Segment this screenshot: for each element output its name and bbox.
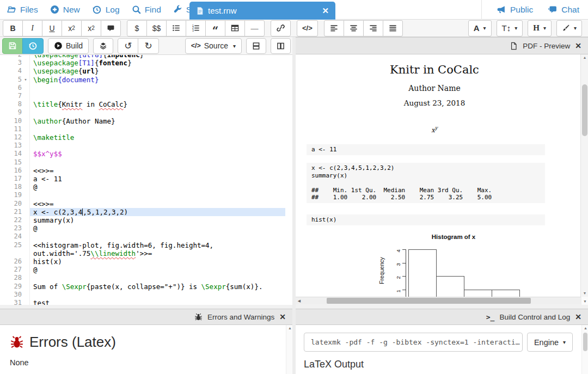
underline-button[interactable]: U <box>42 20 62 36</box>
editor-line[interactable]: 20<<>>= <box>0 200 285 208</box>
table-button[interactable] <box>225 20 245 36</box>
editor-line[interactable]: 27@ <box>0 266 285 274</box>
editor-line-text[interactable] <box>30 158 285 167</box>
editor-line[interactable]: 22summary(x) <box>0 216 285 224</box>
editor-line-text[interactable] <box>30 232 285 241</box>
pdf-vertical-scrollbar[interactable]: ▲ ▼ <box>580 54 588 297</box>
editor-line[interactable]: 8\title{Knitr in CoCalc} <box>0 100 285 108</box>
bullet-list-button[interactable] <box>166 20 186 36</box>
subscript-button[interactable]: x2 <box>62 20 82 36</box>
scroll-up-arrow[interactable]: ▲ <box>581 54 588 61</box>
editor-line[interactable]: 17a <- 11 <box>0 175 285 183</box>
fold-arrow-icon[interactable]: ▾ <box>22 76 29 84</box>
build-control-close-icon[interactable]: ✕ <box>575 312 581 321</box>
pane-resize-handle[interactable] <box>296 304 588 309</box>
timetravel-button[interactable] <box>22 38 44 54</box>
bold-button[interactable]: B <box>3 20 23 36</box>
editor-line-text[interactable] <box>30 84 285 92</box>
editor-line[interactable]: 31test <box>0 299 285 305</box>
editor-line[interactable]: 19 <box>0 191 285 199</box>
editor-line-text[interactable]: <<>>= <box>30 167 285 175</box>
public-button[interactable]: Public <box>496 5 533 15</box>
editor-line[interactable]: 28 <box>0 274 285 282</box>
pdf-preview-header[interactable]: PDF - Preview ✕ <box>296 37 588 54</box>
files-button[interactable]: Files <box>7 5 38 15</box>
align-center-button[interactable] <box>344 20 364 36</box>
editor-line[interactable]: 11 <box>0 125 285 133</box>
align-right-button[interactable] <box>363 20 383 36</box>
inline-math-button[interactable]: $ <box>127 20 147 36</box>
editor-line[interactable]: 26hist(x) <box>0 257 285 266</box>
scrollbar-thumb[interactable] <box>583 333 587 351</box>
editor-line-text[interactable] <box>30 291 285 299</box>
editor-line[interactable]: 24 <box>0 232 285 241</box>
scroll-down-arrow[interactable]: ▼ <box>581 298 588 305</box>
errors-scrollbar[interactable]: ▲ <box>286 325 292 374</box>
editor-line[interactable]: 29Sum of \Sexpr{paste(x, collapse="+")} … <box>0 283 285 291</box>
editor-line[interactable]: 3\usepackage[T1]{fontenc} <box>0 59 285 67</box>
save-button[interactable] <box>2 38 23 54</box>
editor-line-text[interactable] <box>30 125 285 133</box>
font-size-button[interactable]: T↕▾ <box>497 20 523 36</box>
editor-line[interactable]: 5▾\begin{document} <box>0 76 285 84</box>
editor-line[interactable]: 7 <box>0 92 285 100</box>
editor-line[interactable]: 16<<>>= <box>0 167 285 175</box>
editor-line-text[interactable] <box>30 108 285 117</box>
new-button[interactable]: New <box>50 5 80 15</box>
editor-line[interactable]: 30 <box>0 291 285 299</box>
code-button[interactable]: </> <box>297 20 318 36</box>
numbered-list-button[interactable]: 123 <box>186 20 206 36</box>
build-control-header[interactable]: >_ Build Control and Log ✕ <box>296 309 588 325</box>
editor-line-text[interactable]: @ <box>30 266 285 274</box>
split-horizontal-button[interactable] <box>246 38 266 54</box>
editor-line-text[interactable]: Sum of \Sexpr{paste(x, collapse="+")} is… <box>30 283 285 291</box>
editor-line-text[interactable]: x <- c(2,3,4,5,1,2,3,2) <box>30 208 285 216</box>
editor-line[interactable]: 10\author{Author Name} <box>0 117 285 125</box>
find-button[interactable]: Find <box>132 5 161 15</box>
editor-line-text[interactable]: <<>>= <box>30 200 285 208</box>
editor-line-text[interactable] <box>30 92 285 100</box>
editor-line[interactable]: 13 <box>0 142 285 150</box>
pdf-preview-close-icon[interactable]: ✕ <box>575 41 581 50</box>
heading-button[interactable]: H▾ <box>528 20 552 36</box>
editor-line[interactable]: 2\usepackage[utf8]{inputenc} <box>0 55 285 59</box>
editor-line[interactable]: 15 <box>0 158 285 167</box>
editor-line[interactable]: 9 <box>0 108 285 117</box>
errors-close-icon[interactable]: ✕ <box>279 312 286 321</box>
editor-line[interactable]: 4\usepackage{url} <box>0 67 285 75</box>
justify-button[interactable] <box>383 20 403 36</box>
engine-dropdown[interactable]: Engine▾ <box>527 333 573 352</box>
pane-resize-handle[interactable] <box>0 305 292 309</box>
scrollbar-thumb[interactable] <box>327 298 531 304</box>
build-panel-scrollbar[interactable]: ▲ <box>581 325 588 374</box>
link-button[interactable] <box>271 20 291 36</box>
chat-button[interactable]: Chat <box>547 5 579 15</box>
italic-button[interactable]: I <box>22 20 42 36</box>
layers-button[interactable] <box>93 38 113 54</box>
superscript-button[interactable]: x2 <box>81 20 101 36</box>
editor-line-text[interactable]: \usepackage{url} <box>30 67 285 75</box>
editor-line-text[interactable]: \begin{document} <box>30 76 285 84</box>
scroll-up-arrow[interactable]: ▲ <box>286 325 293 332</box>
editor-line-text[interactable]: <<histogram-plot, fig.width=6, fig.heigh… <box>30 241 285 257</box>
align-left-button[interactable] <box>324 20 344 36</box>
scroll-down-arrow[interactable]: ▼ <box>581 290 588 297</box>
editor-line[interactable]: 6 <box>0 84 285 92</box>
editor-line[interactable]: 23@ <box>0 224 285 232</box>
log-button[interactable]: Log <box>92 5 120 15</box>
scroll-up-arrow[interactable]: ▲ <box>582 325 588 332</box>
editor-line[interactable]: 14$$x^y$$ <box>0 150 285 158</box>
source-mode-dropdown[interactable]: </>Source▾ <box>185 38 242 54</box>
scrollbar-thumb[interactable] <box>582 84 587 136</box>
undo-button[interactable]: ↺ <box>118 38 138 54</box>
tab-close-icon[interactable]: ✕ <box>322 6 329 16</box>
editor-line[interactable]: 25<<histogram-plot, fig.width=6, fig.hei… <box>0 241 285 257</box>
quote-button[interactable]: “ <box>205 20 225 36</box>
editor-line-text[interactable] <box>30 274 285 282</box>
editor-line-text[interactable]: $$x^y$$ <box>30 150 285 158</box>
split-vertical-button[interactable] <box>271 38 291 54</box>
editor-line-text[interactable]: test <box>30 299 285 305</box>
editor-line-text[interactable]: @ <box>30 224 285 232</box>
build-button[interactable]: Build <box>48 38 89 54</box>
editor-line-text[interactable] <box>30 191 285 199</box>
